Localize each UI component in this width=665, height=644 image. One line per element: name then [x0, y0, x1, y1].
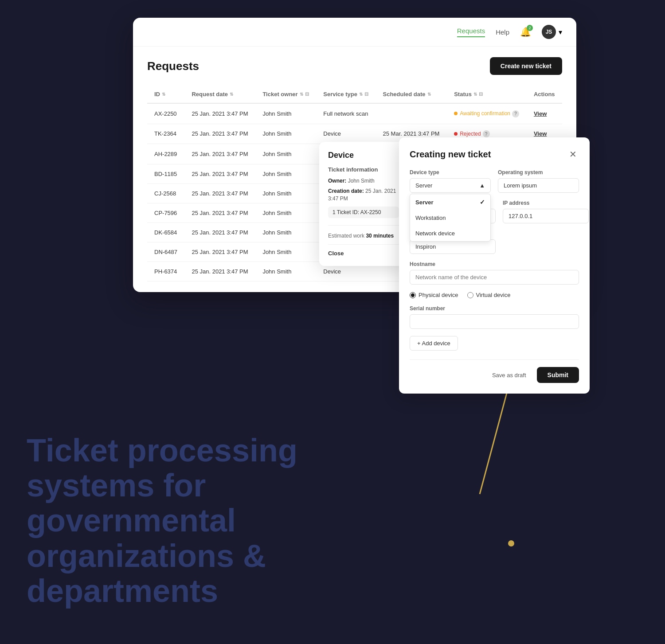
- col-scheduled-date: Scheduled date⇅: [376, 86, 447, 103]
- ticket-owner-field: Owner: John Smith: [328, 177, 399, 185]
- modal-close-button[interactable]: ✕: [567, 148, 579, 160]
- device-type-radio-group: Physical device Virtual device: [410, 292, 579, 298]
- nav-help[interactable]: Help: [496, 28, 509, 36]
- physical-device-radio[interactable]: [410, 292, 416, 298]
- hostname-group: Hostname: [410, 261, 579, 285]
- virtual-device-radio[interactable]: [467, 292, 473, 298]
- cell-status: Awaiting confirmation?: [447, 103, 527, 124]
- cell-id: TK-2364: [147, 124, 184, 144]
- save-draft-button[interactable]: Save as draft: [487, 368, 532, 382]
- option-network-label: Network device: [415, 230, 455, 237]
- sched-sort-icon[interactable]: ⇅: [427, 92, 431, 97]
- cell-date: 25 Jan. 2021 3:47 PM: [184, 222, 255, 242]
- decorative-dot: [508, 540, 514, 546]
- cell-action: View: [527, 103, 562, 124]
- cell-date: 25 Jan. 2021 3:47 PM: [184, 183, 255, 203]
- add-device-button[interactable]: + Add device: [410, 336, 458, 351]
- ticket-creation-field: Creation date: 25 Jan. 2021 3:47 PM: [328, 187, 399, 203]
- cell-owner: John Smith: [255, 262, 316, 281]
- page-header: Requests Create new ticket: [147, 57, 562, 75]
- owner-filter-icon[interactable]: ⊟: [305, 91, 309, 97]
- virtual-device-radio-label[interactable]: Virtual device: [467, 292, 511, 298]
- device-type-trigger[interactable]: Server ▲: [410, 178, 491, 193]
- cell-id: AX-2250: [147, 103, 184, 124]
- cell-owner: John Smith: [255, 124, 316, 144]
- modal-title: Creating new ticket: [410, 149, 491, 160]
- status-help-icon[interactable]: ?: [512, 110, 519, 117]
- physical-device-label: Physical device: [419, 292, 458, 298]
- create-new-ticket-button[interactable]: Create new ticket: [490, 57, 562, 75]
- date-sort-icon[interactable]: ⇅: [230, 92, 233, 97]
- cell-date: 25 Jan. 2021 3:47 PM: [184, 144, 255, 164]
- cell-id: CJ-2568: [147, 183, 184, 203]
- serial-number-group: Serial number: [410, 305, 579, 329]
- view-link[interactable]: View: [534, 110, 547, 117]
- status-badge: Awaiting confirmation: [454, 110, 510, 117]
- serial-number-label: Serial number: [410, 305, 579, 312]
- status-help-icon[interactable]: ?: [483, 130, 490, 137]
- table-row: AX-2250 25 Jan. 2021 3:47 PM John Smith …: [147, 103, 562, 124]
- col-actions: Actions: [527, 86, 562, 103]
- cell-id: AH-2289: [147, 144, 184, 164]
- ip-address-input[interactable]: [503, 209, 589, 223]
- status-sort-icon[interactable]: ⇅: [473, 92, 477, 97]
- modal-header: Creating new ticket ✕: [410, 148, 579, 160]
- notifications-button[interactable]: 🔔 2: [520, 27, 531, 37]
- new-ticket-modal: Creating new ticket ✕ Device type Server…: [399, 137, 590, 394]
- close-popup-button[interactable]: Close: [328, 244, 399, 257]
- background-tagline: Ticket processing systems for government…: [27, 433, 337, 609]
- hostname-input[interactable]: [410, 270, 579, 285]
- app-card: Requests Help 🔔 2 JS ▾ Requests Create n…: [133, 18, 576, 292]
- service-filter-icon[interactable]: ⊟: [364, 91, 368, 97]
- col-id: ID⇅: [147, 86, 184, 103]
- cell-owner: John Smith: [255, 164, 316, 183]
- cell-id: DN-6487: [147, 242, 184, 262]
- cell-owner: John Smith: [255, 222, 316, 242]
- cell-id: CP-7596: [147, 203, 184, 222]
- device-popup-title: Device: [328, 151, 399, 160]
- os-label: Operating system: [498, 169, 579, 176]
- dropdown-option-network-device[interactable]: Network device: [410, 226, 490, 241]
- service-sort-icon[interactable]: ⇅: [359, 92, 363, 97]
- cell-service: Device: [316, 124, 376, 144]
- cell-date: 25 Jan. 2021 3:47 PM: [184, 242, 255, 262]
- view-link[interactable]: View: [534, 130, 547, 137]
- col-ticket-owner: Ticket owner⇅⊟: [255, 86, 316, 103]
- device-type-group: Device type Server ▲ Server ✓ Workstatio…: [410, 169, 491, 193]
- cell-owner: John Smith: [255, 203, 316, 222]
- cell-owner: John Smith: [255, 144, 316, 164]
- virtual-device-label: Virtual device: [476, 292, 511, 298]
- serial-number-input[interactable]: [410, 314, 579, 329]
- cell-owner: John Smith: [255, 183, 316, 203]
- physical-device-radio-label[interactable]: Physical device: [410, 292, 458, 298]
- cell-scheduled: [376, 103, 447, 124]
- device-type-value: Server: [415, 182, 432, 189]
- col-status: Status⇅⊟: [447, 86, 527, 103]
- nav-requests[interactable]: Requests: [457, 27, 485, 37]
- dropdown-option-workstation[interactable]: Workstation: [410, 210, 490, 226]
- cell-date: 25 Jan. 2021 3:47 PM: [184, 124, 255, 144]
- cell-date: 25 Jan. 2021 3:47 PM: [184, 103, 255, 124]
- owner-sort-icon[interactable]: ⇅: [300, 92, 303, 97]
- ip-address-group: IP address: [503, 200, 589, 223]
- check-icon: ✓: [480, 199, 485, 206]
- device-type-label: Device type: [410, 169, 491, 176]
- cell-owner: John Smith: [255, 242, 316, 262]
- submit-button[interactable]: Submit: [537, 367, 579, 383]
- status-filter-icon[interactable]: ⊟: [479, 91, 483, 97]
- option-workstation-label: Workstation: [415, 215, 446, 221]
- os-group: Operating system Lorem ipsum: [498, 169, 579, 193]
- option-server-label: Server: [415, 199, 433, 206]
- os-select[interactable]: Lorem ipsum: [498, 178, 579, 193]
- device-type-menu: Server ✓ Workstation Network device: [410, 194, 491, 242]
- cell-date: 25 Jan. 2021 3:47 PM: [184, 164, 255, 183]
- ticket-info-section: Ticket information Owner: John Smith Cre…: [328, 166, 399, 218]
- user-avatar: JS: [542, 25, 556, 39]
- cell-id: PH-6374: [147, 262, 184, 281]
- id-sort-icon[interactable]: ⇅: [162, 92, 165, 97]
- col-request-date: Request date⇅: [184, 86, 255, 103]
- device-info-popup: Device Ticket information Owner: John Sm…: [319, 142, 408, 266]
- dropdown-option-server[interactable]: Server ✓: [410, 194, 490, 210]
- device-type-dropdown: Server ▲ Server ✓ Workstation Network de…: [410, 178, 491, 193]
- user-menu[interactable]: JS ▾: [542, 25, 562, 39]
